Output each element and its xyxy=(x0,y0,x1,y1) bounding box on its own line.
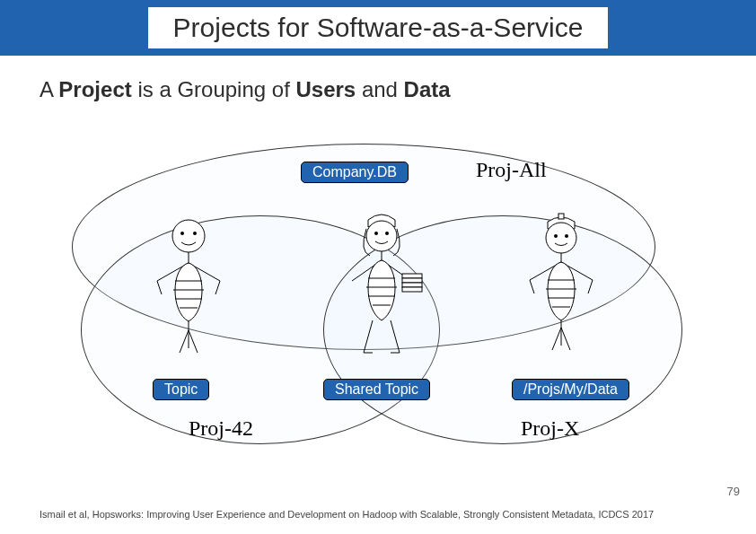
svg-point-18 xyxy=(565,234,568,238)
svg-point-7 xyxy=(366,221,397,251)
svg-line-21 xyxy=(552,328,561,350)
title-bar: Projects for Software-as-a-Service xyxy=(0,0,756,56)
svg-point-1 xyxy=(180,232,184,235)
chip-company-db: Company.DB xyxy=(301,162,409,183)
svg-rect-14 xyxy=(402,287,422,292)
user-figure-3 xyxy=(512,211,611,358)
subtitle-text: and xyxy=(356,77,403,101)
svg-point-2 xyxy=(193,232,197,235)
svg-line-5 xyxy=(180,330,189,353)
slide-subtitle: A Project is a Grouping of Users and Dat… xyxy=(0,56,756,102)
svg-line-6 xyxy=(189,330,198,353)
label-proj-all: Proj-All xyxy=(476,158,547,182)
slide-title: Projects for Software-as-a-Service xyxy=(148,7,609,48)
user-figure-2 xyxy=(332,211,431,363)
label-proj-x: Proj-X xyxy=(521,416,579,441)
chip-topic: Topic xyxy=(153,379,209,400)
page-number: 79 xyxy=(727,485,740,498)
subtitle-bold-users: Users xyxy=(296,77,356,101)
svg-rect-12 xyxy=(402,278,422,283)
subtitle-bold-project: Project xyxy=(58,77,131,101)
svg-rect-11 xyxy=(402,274,422,278)
user-figure-1 xyxy=(139,214,238,361)
svg-point-9 xyxy=(385,232,389,235)
subtitle-bold-data: Data xyxy=(404,77,451,101)
svg-point-17 xyxy=(554,234,558,238)
svg-rect-15 xyxy=(558,214,564,219)
chip-shared-topic: Shared Topic xyxy=(323,379,430,400)
svg-point-0 xyxy=(172,220,205,252)
svg-point-8 xyxy=(374,232,378,235)
citation: Ismail et al, Hopsworks: Improving User … xyxy=(40,509,654,520)
svg-point-16 xyxy=(546,223,576,253)
svg-rect-13 xyxy=(402,283,422,287)
label-proj-42: Proj-42 xyxy=(189,416,253,441)
svg-line-22 xyxy=(561,328,570,350)
chip-projs-path: /Projs/My/Data xyxy=(512,379,629,400)
subtitle-text: A xyxy=(40,77,58,101)
venn-diagram: Company.DB Topic Shared Topic /Projs/My/… xyxy=(72,144,700,467)
subtitle-text: is a Grouping of xyxy=(132,77,296,101)
